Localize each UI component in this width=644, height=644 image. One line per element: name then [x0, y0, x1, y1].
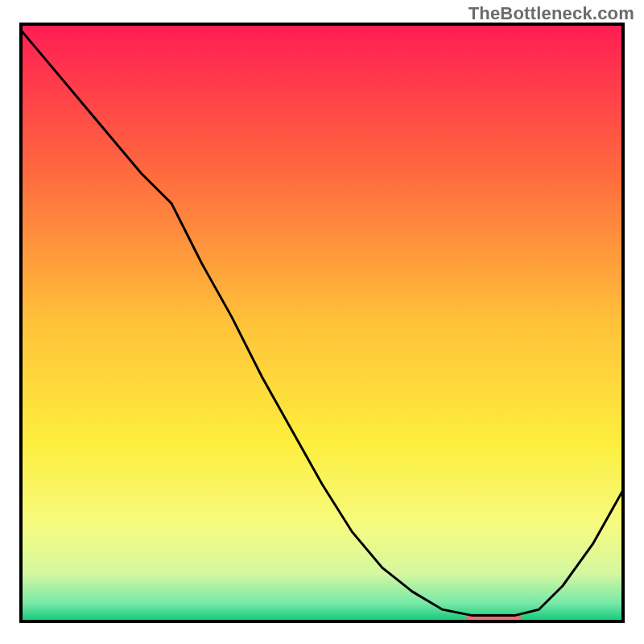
plot-area	[21, 24, 623, 623]
attribution-label: TheBottleneck.com	[469, 3, 634, 24]
gradient-background	[21, 24, 623, 621]
bottleneck-chart	[0, 0, 644, 644]
chart-container: TheBottleneck.com	[0, 0, 644, 644]
